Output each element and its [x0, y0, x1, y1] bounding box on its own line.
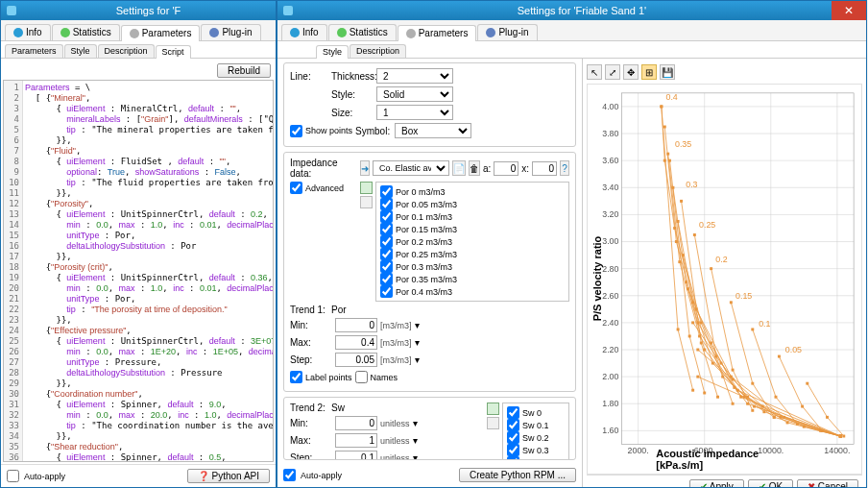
tab-plugin[interactable]: Plug-in	[477, 24, 537, 40]
auto-apply-checkbox[interactable]: Auto-apply	[7, 470, 65, 482]
svg-rect-61	[775, 396, 778, 399]
svg-rect-99	[691, 321, 694, 324]
a-input[interactable]	[494, 161, 518, 176]
titlebar-right: Settings for 'Friable Sand 1' ✕	[277, 1, 866, 20]
close-icon[interactable]: ✕	[832, 1, 866, 20]
trend1-max-input[interactable]	[335, 335, 377, 350]
auto-apply-right-checkbox[interactable]: Auto-apply	[283, 469, 342, 481]
chart-toolbar: ↖ ⤢ ✥ ⊞ 💾	[587, 62, 862, 84]
title-left: Settings for 'F	[21, 5, 276, 16]
svg-rect-47	[703, 392, 706, 395]
size-select[interactable]: 1	[376, 105, 453, 120]
apply-button[interactable]: ✔ Apply	[689, 479, 744, 487]
svg-rect-97	[773, 416, 776, 419]
grid-icon[interactable]: ⊞	[641, 64, 657, 80]
svg-rect-57	[730, 301, 733, 304]
x-axis-label: Acoustic impedance [kPa.s/m]	[656, 448, 793, 471]
tab-statistics[interactable]: Statistics	[52, 24, 120, 40]
pan-icon[interactable]: ✥	[623, 64, 639, 80]
y-axis-label: P/S velocity ratio	[591, 236, 603, 322]
svg-text:1.80: 1.80	[602, 399, 618, 408]
tab-info[interactable]: Info	[5, 24, 51, 40]
tab-parameters[interactable]: Parameters	[398, 25, 477, 41]
group-toggle-icon[interactable]	[360, 182, 373, 194]
tabs-left: Info Statistics Parameters Plug-in	[1, 20, 276, 41]
pointer-icon[interactable]: ↖	[587, 64, 602, 80]
rebuild-button[interactable]: Rebuild	[217, 63, 271, 78]
python-api-button[interactable]: ❓ Python API	[187, 469, 270, 483]
tab-statistics[interactable]: Statistics	[328, 24, 397, 40]
cancel-button[interactable]: ✖ Cancel	[797, 479, 858, 487]
code-text[interactable]: Parameters = \ [ {"Mineral", { uiElement…	[23, 81, 273, 461]
title-right: Settings for 'Friable Sand 1'	[298, 5, 866, 16]
subtab-description[interactable]: Description	[98, 44, 155, 58]
edit-icon[interactable]: 📄	[452, 160, 466, 176]
tab-info[interactable]: Info	[281, 24, 327, 40]
group-off-icon[interactable]	[487, 417, 499, 429]
subtab-description[interactable]: Description	[350, 44, 406, 58]
param-icon	[406, 29, 416, 38]
svg-rect-81	[703, 349, 706, 352]
svg-text:3.00: 3.00	[602, 236, 618, 246]
svg-text:2.60: 2.60	[602, 291, 618, 301]
svg-rect-113	[839, 435, 842, 438]
svg-rect-105	[732, 378, 735, 380]
svg-rect-68	[842, 435, 845, 438]
trend2-step-input[interactable]	[335, 451, 377, 460]
trend2-label: Trend 2:	[290, 403, 328, 413]
delete-icon[interactable]: 🗑	[469, 160, 480, 176]
group-off-icon[interactable]	[360, 196, 373, 208]
save-icon[interactable]: 💾	[660, 64, 675, 80]
tab-plugin[interactable]: Plug-in	[201, 24, 260, 40]
svg-rect-109	[696, 376, 699, 378]
names-checkbox[interactable]: Names	[355, 371, 398, 383]
svg-rect-79	[671, 186, 674, 189]
svg-text:0.4: 0.4	[665, 92, 677, 102]
svg-rect-44	[691, 389, 694, 392]
label-points-checkbox[interactable]: Label points	[290, 371, 352, 383]
svg-text:2.80: 2.80	[602, 264, 618, 274]
zoom-icon[interactable]: ⤢	[605, 64, 620, 80]
app-icon	[283, 6, 293, 15]
x-input[interactable]	[532, 161, 557, 176]
trend1-label: Trend 1:	[290, 305, 328, 315]
app-icon	[7, 6, 16, 15]
svg-rect-67	[826, 416, 829, 419]
help-icon[interactable]: ?	[560, 160, 569, 176]
show-points-checkbox[interactable]: Show points	[290, 125, 352, 137]
svg-rect-60	[751, 328, 754, 330]
impedance-select[interactable]: Co. Elastic ave Φ	[373, 160, 449, 176]
trend1-step-input[interactable]	[335, 353, 377, 367]
svg-text:3.40: 3.40	[602, 183, 618, 192]
svg-rect-55	[732, 369, 735, 372]
chart[interactable]: P/S velocity ratio Acoustic impedance [k…	[587, 84, 862, 475]
por-checklist[interactable]: Por 0 m3/m3 Por 0.05 m3/m3 Por 0.1 m3/m3…	[375, 182, 569, 302]
tab-parameters[interactable]: Parameters	[121, 25, 201, 41]
subtab-style[interactable]: Style	[64, 44, 97, 58]
svg-text:0.1: 0.1	[759, 319, 770, 329]
group-toggle-icon[interactable]	[487, 403, 499, 415]
arrow-icon[interactable]: ➜	[360, 160, 370, 176]
sw-checklist[interactable]: Sw 0 Sw 0.1 Sw 0.2 Sw 0.3 Sw 0.4 Sw 0.5 …	[502, 403, 569, 460]
plug-icon	[209, 28, 219, 37]
symbol-select[interactable]: Box	[395, 123, 471, 138]
trend2-min-input[interactable]	[335, 416, 377, 430]
subtab-style[interactable]: Style	[316, 45, 349, 59]
ok-button[interactable]: ✔ OK	[748, 479, 793, 487]
line-label: Line:	[290, 71, 328, 82]
subtab-script[interactable]: Script	[156, 45, 191, 59]
trend1-min-input[interactable]	[335, 318, 377, 332]
impedance-label: Impedance data:	[290, 158, 357, 179]
subtab-parameters[interactable]: Parameters	[5, 44, 63, 58]
svg-rect-64	[801, 405, 804, 408]
thickness-select[interactable]: 2	[376, 68, 453, 84]
subtabs-right: Style Description	[277, 41, 866, 59]
advanced-checkbox[interactable]: Advanced	[290, 182, 357, 194]
plug-icon	[486, 28, 495, 37]
create-rpm-button[interactable]: Create Python RPM ...	[459, 468, 576, 482]
style-select[interactable]: Solid	[376, 86, 453, 102]
trend2-max-input[interactable]	[335, 433, 377, 448]
subtabs-left: Parameters Style Description Script	[1, 41, 276, 59]
svg-rect-87	[753, 405, 756, 408]
code-editor[interactable]: 1 2 3 4 5 6 7 8 9 10 11 12 13 14 15 16 1…	[3, 80, 274, 462]
